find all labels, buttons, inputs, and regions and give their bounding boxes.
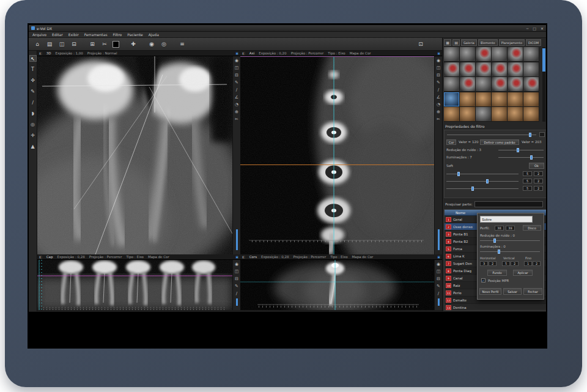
- vertical-spin-b[interactable]: 2: [511, 261, 519, 266]
- maximize-button[interactable]: □: [533, 25, 536, 32]
- thumbnail[interactable]: [508, 77, 523, 91]
- thumbnail[interactable]: [444, 77, 459, 91]
- popup-noise-slider[interactable]: [480, 239, 540, 243]
- save-icon[interactable]: ◫: [57, 40, 66, 48]
- crosshair-icon[interactable]: ✚: [129, 40, 138, 48]
- pencil-tool[interactable]: ✎: [29, 88, 37, 95]
- color-swatch[interactable]: [113, 41, 119, 48]
- menu-arquivo[interactable]: Arquivo: [32, 32, 46, 37]
- pencil-icon[interactable]: ✎: [437, 80, 440, 85]
- camera-icon[interactable]: ◉: [235, 262, 238, 267]
- gallery-grid-icon[interactable]: ▦: [444, 39, 451, 46]
- cursor-tool[interactable]: ↖: [29, 55, 37, 62]
- thumbnail[interactable]: [508, 47, 523, 61]
- thumbnail[interactable]: [460, 77, 475, 91]
- print-icon[interactable]: ⊟: [235, 276, 238, 281]
- soft-spin-1a[interactable]: 5: [523, 171, 532, 176]
- crop-icon[interactable]: ✂: [100, 40, 109, 48]
- save-icon[interactable]: ◫: [437, 269, 441, 274]
- arc-icon[interactable]: ◔: [235, 102, 238, 107]
- soft-slider-1[interactable]: [446, 172, 519, 176]
- disco-button[interactable]: Disco: [523, 225, 541, 231]
- thumbnail[interactable]: [444, 62, 459, 76]
- thumbnail[interactable]: [444, 92, 459, 106]
- viewport-panoramic-canvas[interactable]: [37, 260, 232, 310]
- pin-icon[interactable]: ▣: [437, 255, 440, 259]
- pencil-icon[interactable]: ✎: [235, 284, 238, 289]
- ruler-icon[interactable]: ∕: [236, 87, 237, 92]
- menu-exibir[interactable]: Exibir: [68, 32, 79, 37]
- soft-spin-1b[interactable]: 2: [534, 171, 543, 176]
- print-icon[interactable]: ⊟: [70, 40, 78, 48]
- menu-editar[interactable]: Editar: [52, 32, 63, 37]
- camera-icon[interactable]: ◉: [147, 40, 156, 48]
- ruler-icon[interactable]: ∕: [236, 291, 237, 296]
- camera-icon[interactable]: ◉: [437, 58, 440, 63]
- thumbnail-list-icon[interactable]: ≡: [178, 40, 186, 48]
- tab-dicom[interactable]: DICOM: [526, 39, 541, 46]
- menu-ajuda[interactable]: Ajuda: [149, 32, 159, 37]
- table-row[interactable]: 13Dentina: [445, 304, 546, 310]
- pin-icon[interactable]: ▣: [235, 255, 238, 259]
- novo-perfil-button[interactable]: Novo Perfil: [479, 288, 501, 295]
- thumbnail[interactable]: [523, 107, 539, 121]
- menu-paciente[interactable]: Paciente: [127, 32, 143, 37]
- text-tool[interactable]: T: [29, 66, 37, 73]
- horizontal-spin-a[interactable]: 3: [480, 261, 488, 266]
- posicao-mpr-checkbox[interactable]: ✓: [481, 278, 485, 283]
- ruler-icon[interactable]: ∕: [438, 291, 439, 296]
- soft-spin-2a[interactable]: 5: [523, 179, 532, 183]
- acquisition-icon[interactable]: ⊡: [416, 40, 425, 48]
- thumbnail[interactable]: [460, 47, 475, 61]
- fundo-button[interactable]: Fundo: [487, 270, 507, 276]
- camera-icon[interactable]: ◉: [437, 262, 440, 267]
- thumbnail[interactable]: [523, 62, 539, 76]
- perfil-value-2[interactable]: 39: [506, 226, 515, 231]
- horizontal-spin-b[interactable]: 2: [489, 261, 497, 266]
- set-default-button[interactable]: Definir como padrão: [480, 139, 519, 145]
- contrast-tool[interactable]: ◗: [29, 110, 37, 117]
- viewport-3d-canvas[interactable]: [37, 56, 232, 254]
- target-icon[interactable]: ⊕: [235, 109, 238, 114]
- target-tool[interactable]: ◎: [29, 121, 37, 128]
- pencil-icon[interactable]: ✎: [437, 284, 440, 289]
- soft-spin-2b[interactable]: 2: [534, 179, 543, 183]
- scroll-indicator[interactable]: [236, 229, 238, 250]
- thumbnail[interactable]: [444, 47, 459, 61]
- scroll-indicator[interactable]: [438, 229, 440, 250]
- camera-icon[interactable]: ◉: [235, 58, 238, 63]
- thumbnail[interactable]: [476, 77, 491, 91]
- move-tool[interactable]: ✜: [29, 77, 37, 84]
- color-box[interactable]: [539, 132, 545, 137]
- pin-icon[interactable]: ▣: [437, 51, 440, 55]
- tab-elemento[interactable]: Elemento: [478, 39, 498, 46]
- arc-icon[interactable]: ◔: [437, 102, 440, 107]
- print-icon[interactable]: ⊟: [235, 73, 238, 78]
- scroll-indicator[interactable]: [438, 298, 440, 306]
- print-icon[interactable]: ⊟: [437, 73, 440, 78]
- thumbnail[interactable]: [492, 62, 507, 76]
- thumbnail[interactable]: [444, 107, 459, 121]
- thumbnail[interactable]: [492, 92, 507, 106]
- thumbnail[interactable]: [508, 107, 523, 121]
- layout-grid-icon[interactable]: ⊞: [88, 40, 97, 48]
- close-button[interactable]: ✕: [541, 25, 544, 32]
- viewport-axial-canvas[interactable]: [240, 56, 434, 254]
- cross-tool[interactable]: ✛: [29, 132, 37, 139]
- viewport-cross-canvas[interactable]: [240, 260, 434, 310]
- marker-tool[interactable]: ▲: [29, 143, 37, 150]
- perfil-value-1[interactable]: 38: [495, 226, 504, 231]
- pencil-icon[interactable]: ✎: [235, 80, 238, 85]
- menu-filtro[interactable]: Filtro: [113, 32, 122, 37]
- noise-slider[interactable]: [498, 148, 544, 152]
- minimize-button[interactable]: ─: [526, 25, 529, 32]
- popup-light-slider[interactable]: [480, 250, 540, 254]
- angle-icon[interactable]: ∠: [235, 95, 238, 100]
- scrollbar-thumb[interactable]: [542, 48, 545, 72]
- open-folder-icon[interactable]: ▤: [45, 40, 54, 48]
- vertical-spin-a[interactable]: 5: [502, 261, 510, 266]
- salvar-button[interactable]: Salvar: [503, 288, 522, 295]
- target-icon[interactable]: ⊕: [437, 109, 440, 114]
- fino-spin-b[interactable]: 2: [533, 261, 541, 266]
- tab-galeria[interactable]: Galeria: [461, 39, 477, 46]
